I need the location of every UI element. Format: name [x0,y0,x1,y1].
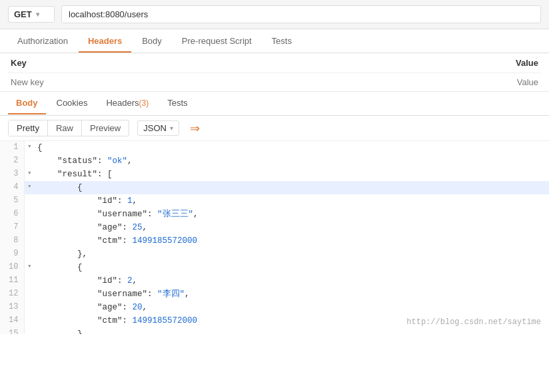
line-number: 6 [0,208,24,221]
code-line: "age": 25, [35,221,549,234]
new-key-input[interactable] [11,77,272,87]
code-line: }, [35,248,549,261]
format-group: Pretty Raw Preview [8,120,129,136]
line-arrow [24,248,35,261]
method-select[interactable]: GET ▾ [8,6,55,23]
tab-body[interactable]: Body [133,31,171,53]
tab-authorization[interactable]: Authorization [8,31,77,53]
line-number: 9 [0,248,24,261]
code-line: "id": 2, [35,274,549,288]
line-number: 14 [0,314,24,327]
line-arrow [24,301,35,314]
line-number: 10 [0,261,24,274]
code-line: "username": "李四", [35,288,549,301]
code-line: { [35,141,549,154]
json-format-label: JSON [143,123,167,133]
headers-new-row [8,73,541,92]
line-arrow [24,314,35,327]
response-tabs: Body Cookies Headers(3) Tests [0,92,549,116]
code-table: 1▾{2 "status": "ok",3▾ "result": [4▾ {5 … [0,141,549,334]
code-line: "status": "ok", [35,154,549,168]
url-input[interactable] [61,5,541,23]
resp-tab-body[interactable]: Body [8,93,46,114]
preview-btn[interactable]: Preview [82,120,129,136]
line-number: 12 [0,288,24,301]
line-arrow: ▾ [24,261,35,274]
col-value-header: Value [274,53,541,73]
line-number: 1 [0,141,24,154]
line-number: 2 [0,154,24,168]
code-area[interactable]: 1▾{2 "status": "ok",3▾ "result": [4▾ {5 … [0,141,549,334]
new-value-cell [274,73,541,92]
response-section: Body Cookies Headers(3) Tests Pretty Raw… [0,92,549,334]
code-line: { [35,261,549,274]
watermark: http://blog.csdn.net/saytime [406,316,541,329]
format-bar: Pretty Raw Preview JSON ▾ ⇒ [0,116,549,141]
line-arrow [24,221,35,234]
line-number: 4 [0,181,24,194]
tab-tests[interactable]: Tests [263,31,301,53]
line-number: 3 [0,168,24,181]
line-arrow: ▾ [24,181,35,194]
headers-section: Key Value [0,53,549,92]
tab-headers[interactable]: Headers [79,31,131,53]
line-number: 5 [0,194,24,208]
json-select[interactable]: JSON ▾ [137,120,179,136]
code-line: { [35,181,549,194]
code-line: "age": 20, [35,301,549,314]
raw-btn[interactable]: Raw [48,120,82,136]
top-bar: GET ▾ [0,0,549,29]
line-arrow: ▾ [24,141,35,154]
resp-tab-cookies[interactable]: Cookies [49,93,96,114]
line-arrow [24,327,35,334]
line-arrow [24,234,35,248]
line-number: 15 [0,327,24,334]
line-number: 7 [0,221,24,234]
line-arrow [24,274,35,288]
resp-tab-tests[interactable]: Tests [159,93,195,114]
code-line: "username": "张三三", [35,208,549,221]
col-key-header: Key [8,53,274,73]
line-arrow [24,208,35,221]
headers-badge: (3) [139,98,149,108]
line-number: 13 [0,301,24,314]
tab-prerequest[interactable]: Pre-request Script [173,31,261,53]
code-line: "ctm": 1499185572000 [35,234,549,248]
line-arrow [24,288,35,301]
request-tabs: Authorization Headers Body Pre-request S… [0,29,549,53]
method-label: GET [14,9,32,19]
resp-tab-headers[interactable]: Headers(3) [98,93,157,114]
line-arrow [24,194,35,208]
code-line: "result": [ [35,168,549,181]
line-number: 11 [0,274,24,288]
line-number: 8 [0,234,24,248]
wrap-icon[interactable]: ⇒ [186,120,205,136]
code-line: "id": 1, [35,194,549,208]
json-chevron: ▾ [170,124,173,132]
line-arrow [24,154,35,168]
line-arrow: ▾ [24,168,35,181]
headers-table: Key Value [8,53,541,91]
new-value-input[interactable] [277,77,538,87]
pretty-btn[interactable]: Pretty [9,120,48,136]
new-key-cell [8,73,274,92]
method-chevron: ▾ [36,11,39,18]
